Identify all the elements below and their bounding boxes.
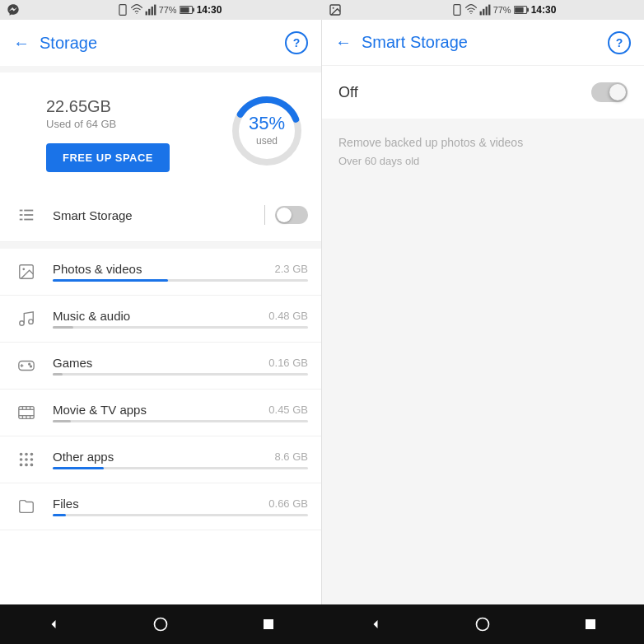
storage-size-unit: GB — [87, 97, 111, 115]
svg-rect-3 — [151, 7, 152, 16]
storage-header: ← Storage ? — [0, 20, 321, 66]
files-item-size: 0.66 GB — [268, 497, 308, 510]
files-icon — [13, 493, 40, 520]
photos-item-name: Photos & videos — [53, 262, 142, 276]
storage-size-display: 22.65GB — [46, 89, 170, 118]
storage-help-button[interactable]: ? — [285, 31, 308, 54]
music-item-size: 0.48 GB — [268, 310, 308, 322]
music-item-content: Music & audio 0.48 GB — [53, 309, 308, 329]
games-item-name: Games — [53, 356, 92, 370]
svg-marker-56 — [374, 620, 378, 628]
storage-size-value: 22.65 — [46, 97, 87, 115]
other-apps-item-content: Other apps 8.6 GB — [53, 450, 308, 469]
movie-item-size: 0.45 GB — [268, 404, 308, 416]
toggle-knob — [277, 208, 292, 222]
smart-storage-off-toggle[interactable] — [591, 82, 628, 102]
files-item-content: Files 0.66 GB — [53, 497, 308, 516]
storage-title: Storage — [40, 34, 97, 53]
list-item[interactable]: Music & audio 0.48 GB — [0, 296, 321, 343]
smart-storage-row[interactable]: Smart Storage — [0, 189, 321, 242]
main-area: ← Storage ? 22.65GB Used of 64 GB FREE U… — [0, 20, 644, 604]
home-nav-button-right[interactable] — [463, 604, 502, 644]
svg-rect-16 — [526, 8, 528, 12]
wifi-icon-left — [131, 4, 142, 16]
status-bar-right: 77% 14:30 — [322, 4, 644, 16]
photos-bar-bg — [53, 279, 308, 282]
smart-storage-toggle[interactable] — [275, 206, 308, 224]
storage-panel: ← Storage ? 22.65GB Used of 64 GB FREE U… — [0, 20, 322, 604]
back-nav-button-left[interactable] — [34, 604, 73, 644]
svg-rect-17 — [515, 7, 524, 13]
smart-storage-divider — [264, 205, 265, 225]
messenger-icon-left — [7, 3, 20, 16]
battery-icon-right — [514, 5, 529, 15]
wifi-icon-right — [465, 4, 477, 16]
movie-icon — [13, 399, 40, 426]
movie-item-content: Movie & TV apps 0.45 GB — [53, 403, 308, 422]
donut-percent-value: 35% — [249, 114, 285, 133]
svg-point-29 — [29, 320, 34, 324]
photos-item-size: 2.3 GB — [275, 263, 308, 275]
svg-rect-20 — [20, 210, 23, 212]
list-item[interactable]: Other apps 8.6 GB — [0, 436, 321, 483]
svg-rect-11 — [479, 12, 481, 16]
svg-rect-6 — [192, 8, 194, 12]
photo-icon-status — [329, 3, 342, 16]
svg-point-34 — [30, 366, 32, 367]
photos-item-content: Photos & videos 2.3 GB — [53, 262, 308, 282]
svg-point-27 — [22, 268, 25, 271]
storage-used-label: Used of 64 GB — [46, 118, 170, 130]
smart-storage-help-button[interactable]: ? — [608, 31, 631, 54]
back-button[interactable]: ← — [13, 34, 30, 53]
signal-icon-right — [479, 4, 491, 16]
games-item-top: Games 0.16 GB — [53, 356, 308, 370]
svg-rect-10 — [454, 5, 460, 16]
files-bar-fill — [53, 514, 66, 516]
list-item[interactable]: Movie & TV apps 0.45 GB — [0, 390, 321, 436]
movie-item-top: Movie & TV apps 0.45 GB — [53, 403, 308, 417]
home-nav-icon-right — [474, 616, 491, 632]
list-item[interactable]: Photos & videos 2.3 GB — [0, 249, 321, 296]
signal-icon-left — [145, 4, 156, 16]
back-nav-button-right[interactable] — [356, 604, 395, 644]
header-left: ← Storage — [13, 34, 285, 53]
svg-point-46 — [30, 453, 34, 456]
list-item[interactable]: Games 0.16 GB — [0, 343, 321, 390]
smart-storage-back-button[interactable]: ← — [335, 33, 352, 52]
svg-point-52 — [30, 464, 34, 467]
games-icon — [13, 352, 40, 379]
storage-info: 22.65GB Used of 64 GB FREE UP SPACE — [46, 89, 170, 172]
recent-nav-button-left[interactable] — [249, 604, 288, 644]
back-nav-icon-right — [367, 616, 384, 632]
storage-card: 22.65GB Used of 64 GB FREE UP SPACE 35% … — [0, 72, 321, 189]
smart-storage-icon — [13, 202, 40, 228]
svg-point-54 — [155, 618, 167, 631]
recent-nav-icon-left — [261, 617, 276, 632]
smart-storage-header: ← Smart Storage ? — [322, 20, 644, 66]
music-bar-fill — [53, 326, 73, 329]
off-toggle-knob — [609, 84, 626, 100]
photos-icon — [13, 259, 40, 285]
svg-rect-1 — [145, 12, 147, 16]
movie-bar-bg — [53, 420, 308, 422]
battery-percent-left: 77% — [159, 5, 177, 15]
home-nav-button-left[interactable] — [141, 604, 180, 644]
free-up-space-button[interactable]: FREE UP SPACE — [46, 143, 170, 172]
svg-point-50 — [20, 464, 23, 467]
files-item-name: Files — [53, 497, 79, 511]
music-item-top: Music & audio 0.48 GB — [53, 309, 308, 323]
smart-storage-label: Smart Storage — [53, 208, 264, 222]
time-right: 14:30 — [531, 4, 557, 16]
phone-icon-right — [451, 4, 463, 16]
list-item[interactable]: Files 0.66 GB — [0, 483, 321, 530]
recent-nav-button-right[interactable] — [571, 604, 610, 644]
svg-rect-12 — [483, 9, 484, 16]
other-apps-item-name: Other apps — [53, 450, 114, 464]
music-bar-bg — [53, 326, 308, 329]
svg-point-47 — [20, 458, 23, 461]
svg-rect-25 — [24, 219, 33, 221]
smart-storage-header-title: Smart Storage — [362, 33, 468, 52]
storage-donut-chart: 35% used — [226, 90, 308, 172]
other-apps-item-size: 8.6 GB — [275, 450, 308, 463]
svg-rect-13 — [485, 7, 487, 16]
